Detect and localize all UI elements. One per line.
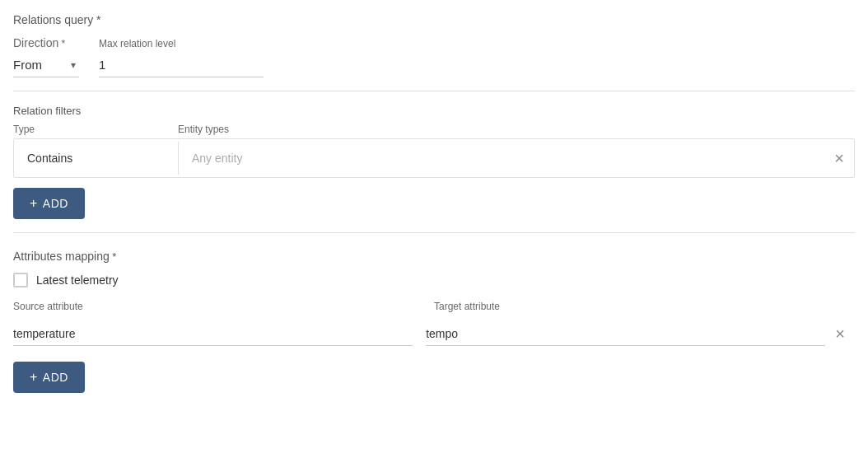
target-attribute-header: Target attribute — [434, 301, 855, 312]
relation-filters-label: Relation filters — [13, 105, 855, 117]
entity-types-column-header: Entity types — [178, 124, 855, 135]
filter-remove-button[interactable]: × — [824, 143, 854, 173]
max-relation-level-field-group: Max relation level — [99, 38, 264, 77]
type-column-header: Type — [13, 124, 178, 135]
add-filter-button[interactable]: + ADD — [13, 188, 85, 219]
source-attribute-input[interactable] — [13, 322, 413, 346]
close-icon: × — [834, 150, 844, 166]
attributes-columns-header: Source attribute Target attribute — [13, 301, 855, 312]
filter-type-cell: Contains — [14, 142, 179, 175]
attr-inputs-area — [13, 322, 825, 346]
filter-entity-cell: Any entity — [179, 142, 824, 175]
filter-row: Contains Any entity × — [13, 138, 855, 178]
attributes-mapping-label: Attributes mapping * — [13, 250, 855, 263]
attributes-mapping-section: Attributes mapping * Latest telemetry So… — [13, 250, 855, 393]
relations-query-title: Relations query * — [13, 13, 855, 26]
add-filter-button-label: ADD — [43, 197, 68, 210]
direction-label: Direction * — [13, 36, 79, 49]
attribute-mapping-row: × — [13, 315, 855, 352]
relation-filters-section: Relation filters Type Entity types Conta… — [13, 105, 855, 219]
latest-telemetry-checkbox[interactable] — [13, 273, 28, 287]
divider-2 — [13, 232, 855, 233]
relation-filters-header: Type Entity types — [13, 124, 855, 135]
direction-select-wrapper: From To Both ▾ — [13, 53, 79, 77]
plus-icon: + — [30, 370, 38, 385]
plus-icon: + — [30, 196, 38, 211]
close-icon: × — [835, 325, 845, 342]
divider-1 — [13, 91, 855, 91]
relations-query-section: Relations query * Direction * From To Bo… — [13, 13, 855, 393]
relations-query-label: Relations query — [13, 13, 93, 26]
target-attribute-cell — [426, 322, 825, 346]
add-attribute-button[interactable]: + ADD — [13, 362, 85, 393]
source-attribute-header: Source attribute — [13, 301, 434, 312]
max-relation-level-input[interactable] — [99, 53, 264, 77]
direction-select[interactable]: From To Both — [13, 53, 79, 77]
latest-telemetry-row: Latest telemetry — [13, 273, 855, 287]
source-attribute-cell — [13, 322, 426, 346]
direction-field-group: Direction * From To Both ▾ — [13, 36, 79, 77]
direction-row: Direction * From To Both ▾ Max relation … — [13, 36, 855, 77]
add-attribute-button-label: ADD — [43, 371, 68, 384]
latest-telemetry-label: Latest telemetry — [36, 273, 119, 287]
target-attribute-input[interactable] — [426, 322, 825, 346]
max-relation-level-label: Max relation level — [99, 38, 264, 49]
attr-remove-button[interactable]: × — [825, 319, 855, 348]
